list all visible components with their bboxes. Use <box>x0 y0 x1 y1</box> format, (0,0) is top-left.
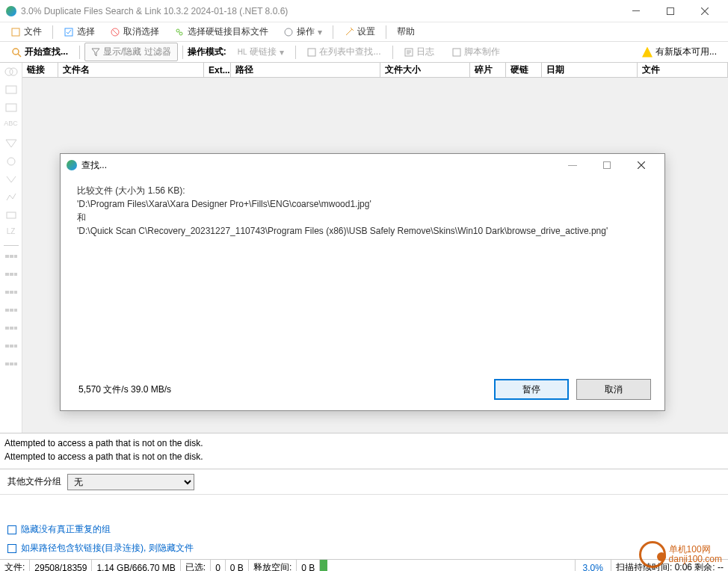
sidebar-tool-4[interactable]: ABC <box>4 120 19 132</box>
minimize-button[interactable] <box>619 0 653 22</box>
dialog-maximize-button[interactable] <box>590 154 624 176</box>
sidebar-tool-14[interactable] <box>4 306 19 318</box>
log-line: Attempted to access a path that is not o… <box>4 450 724 463</box>
svg-rect-15 <box>6 104 16 111</box>
dialog-close-button[interactable] <box>624 154 658 176</box>
checkbox-icon <box>7 544 16 553</box>
svg-rect-20 <box>14 255 17 258</box>
svg-rect-14 <box>6 86 16 93</box>
sidebar-tool-10[interactable]: LZ <box>4 227 19 239</box>
svg-rect-25 <box>10 291 13 294</box>
sidebar-tool-1[interactable] <box>4 66 19 78</box>
hardlink-mode-button[interactable]: HL 硬链接 ▾ <box>231 43 291 61</box>
col-hardlink[interactable]: 硬链 <box>506 63 542 77</box>
menu-help[interactable]: 帮助 <box>391 23 421 40</box>
svg-rect-26 <box>14 291 17 294</box>
sidebar-tool-8[interactable] <box>4 191 19 203</box>
search-icon <box>11 47 22 58</box>
sidebar-tool-2[interactable] <box>4 84 19 96</box>
svg-point-8 <box>13 49 19 55</box>
svg-rect-34 <box>10 345 13 348</box>
status-progress <box>320 560 575 571</box>
checkbox-icon <box>7 525 16 534</box>
sidebar-tool-17[interactable] <box>4 359 19 371</box>
svg-point-7 <box>285 28 292 36</box>
filter-icon <box>91 48 100 57</box>
svg-rect-27 <box>5 309 9 312</box>
status-size: 1.14 GB/666.70 MB <box>92 560 180 571</box>
sidebar-tool-9[interactable] <box>4 209 19 221</box>
check-hide-softlink[interactable]: 如果路径包含软链接(目录连接), 则隐藏文件 <box>7 539 721 558</box>
pause-button[interactable]: 暂停 <box>494 379 569 400</box>
col-date[interactable]: 日期 <box>542 63 638 77</box>
col-frag[interactable]: 碎片 <box>470 63 506 77</box>
cancel-button[interactable]: 取消 <box>576 379 651 400</box>
menu-deselect[interactable]: 取消选择 <box>104 23 165 40</box>
statusbar: 文件: 29508/18359 1.14 GB/666.70 MB 已选: 0 … <box>0 559 728 571</box>
script-button[interactable]: 脚本制作 <box>445 43 507 61</box>
sidebar-tool-13[interactable] <box>4 288 19 300</box>
script-icon <box>452 48 461 57</box>
menu-file[interactable]: 文件 <box>4 23 48 40</box>
sidebar-tool-7[interactable] <box>4 173 19 185</box>
col-path[interactable]: 路径 <box>231 63 380 77</box>
menu-hardlink-target[interactable]: 选择硬链接目标文件 <box>168 23 274 40</box>
dialog-title: 查找... <box>81 159 555 172</box>
close-button[interactable] <box>688 0 722 22</box>
status-free-value: 0 B <box>297 560 320 571</box>
dialog-minimize-button[interactable]: — <box>555 154 590 176</box>
svg-rect-19 <box>10 255 13 258</box>
svg-point-12 <box>5 68 13 75</box>
checks-panel: 隐藏没有真正重复的组 如果路径包含软链接(目录连接), 则隐藏文件 <box>0 517 728 559</box>
col-file[interactable]: 文件 <box>638 63 728 77</box>
start-search-button[interactable]: 开始查找... <box>4 43 75 61</box>
svg-rect-28 <box>10 309 13 312</box>
sidebar-tool-3[interactable] <box>4 102 19 114</box>
status-zero: 0 B <box>226 560 249 571</box>
svg-rect-17 <box>7 212 16 218</box>
svg-rect-33 <box>5 345 9 348</box>
col-filesize[interactable]: 文件大小 <box>380 63 470 77</box>
svg-rect-35 <box>14 345 17 348</box>
svg-rect-21 <box>5 273 9 276</box>
group-row: 其他文件分组 无 <box>0 469 728 495</box>
sidebar-tool-5[interactable] <box>4 138 19 149</box>
svg-rect-2 <box>12 28 19 36</box>
status-scan-time: 扫描持续时间: 0:06 剩余: -- <box>611 560 728 571</box>
menu-select[interactable]: 选择 <box>58 23 101 40</box>
status-file-value: 29508/18359 <box>30 560 92 571</box>
log-panel[interactable]: Attempted to access a path that is not o… <box>0 433 728 469</box>
col-link[interactable]: 链接 <box>22 63 58 77</box>
svg-rect-0 <box>632 10 640 11</box>
sidebar-tool-6[interactable] <box>4 155 19 167</box>
svg-rect-29 <box>14 309 17 312</box>
sidebar-tool-11[interactable] <box>4 252 19 264</box>
svg-rect-1 <box>667 7 674 14</box>
sidebar-tool-15[interactable] <box>4 324 19 336</box>
toolbar: 开始查找... 显示/隐藏 过滤器 操作模式: HL 硬链接 ▾ 在列表中查找.… <box>0 42 728 63</box>
search-in-list-button[interactable]: 在列表中查找... <box>300 43 387 61</box>
new-version-button[interactable]: 有新版本可用... <box>635 43 724 61</box>
svg-rect-22 <box>10 273 13 276</box>
sidebar-tool-16[interactable] <box>4 342 19 354</box>
warning-icon <box>642 47 653 58</box>
app-icon <box>6 6 16 16</box>
svg-point-16 <box>7 158 15 165</box>
col-ext[interactable]: Ext... <box>204 63 231 77</box>
maximize-button[interactable] <box>653 0 688 22</box>
menu-settings[interactable]: 设置 <box>338 23 381 40</box>
svg-rect-18 <box>5 255 9 258</box>
menu-operate[interactable]: 操作 ▾ <box>277 23 328 40</box>
check-hide-no-dup[interactable]: 隐藏没有真正重复的组 <box>7 520 721 539</box>
sidebar-tool-12[interactable] <box>4 270 19 282</box>
svg-rect-24 <box>5 291 9 294</box>
toggle-filter-button[interactable]: 显示/隐藏 过滤器 <box>84 43 178 61</box>
log-button[interactable]: 日志 <box>398 43 441 61</box>
col-filename[interactable]: 文件名 <box>58 63 204 77</box>
search-dialog: 查找... — 比较文件 (大小为 1.56 KB): 'D:\Program … <box>60 153 665 411</box>
svg-rect-39 <box>604 162 611 169</box>
group-select[interactable]: 无 <box>67 474 194 490</box>
group-label: 其他文件分组 <box>7 475 61 488</box>
svg-rect-30 <box>5 327 9 330</box>
svg-rect-37 <box>10 362 13 365</box>
